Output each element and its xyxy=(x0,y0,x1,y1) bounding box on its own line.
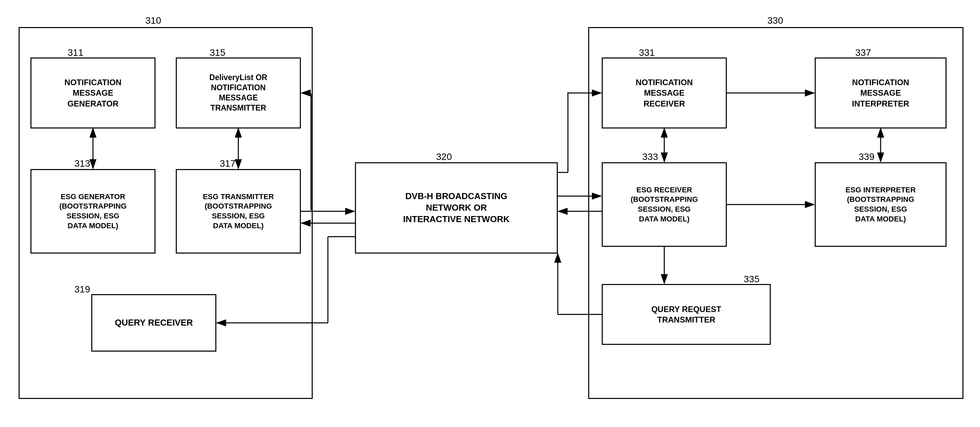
label-331: 331 xyxy=(639,47,655,58)
label-333: 333 xyxy=(642,151,658,162)
label-320: 320 xyxy=(436,151,452,162)
label-335: 335 xyxy=(744,274,760,285)
block-319: QUERY RECEIVER xyxy=(91,294,216,352)
label-311: 311 xyxy=(68,47,83,58)
block-313: ESG GENERATOR(BOOTSTRAPPINGSESSION, ESGD… xyxy=(30,169,156,253)
block-320: DVB-H BROADCASTINGNETWORK ORINTERACTIVE … xyxy=(355,162,558,253)
block-317: ESG TRANSMITTER(BOOTSTRAPPINGSESSION, ES… xyxy=(176,169,301,253)
block-333: ESG RECEIVER(BOOTSTRAPPINGSESSION, ESGDA… xyxy=(602,162,727,247)
label-317: 317 xyxy=(220,158,235,169)
label-319: 319 xyxy=(74,284,90,295)
label-330: 330 xyxy=(767,15,783,26)
label-337: 337 xyxy=(855,47,871,58)
block-311: NOTIFICATIONMESSAGEGENERATOR xyxy=(30,57,156,129)
block-339: ESG INTERPRETER(BOOTSTRAPPINGSESSION, ES… xyxy=(815,162,947,247)
label-310: 310 xyxy=(145,15,161,26)
block-315: DeliveryList ORNOTIFICATIONMESSAGETRANSM… xyxy=(176,57,301,129)
block-331: NOTIFICATIONMESSAGERECEIVER xyxy=(602,57,727,129)
diagram-container: 310 330 311 NOTIFICATIONMESSAGEGENERATOR… xyxy=(0,0,980,427)
block-335: QUERY REQUESTTRANSMITTER xyxy=(602,284,771,345)
label-339: 339 xyxy=(859,151,875,162)
block-337: NOTIFICATIONMESSAGEINTERPRETER xyxy=(815,57,947,129)
label-313: 313 xyxy=(74,158,90,169)
label-315: 315 xyxy=(210,47,226,58)
